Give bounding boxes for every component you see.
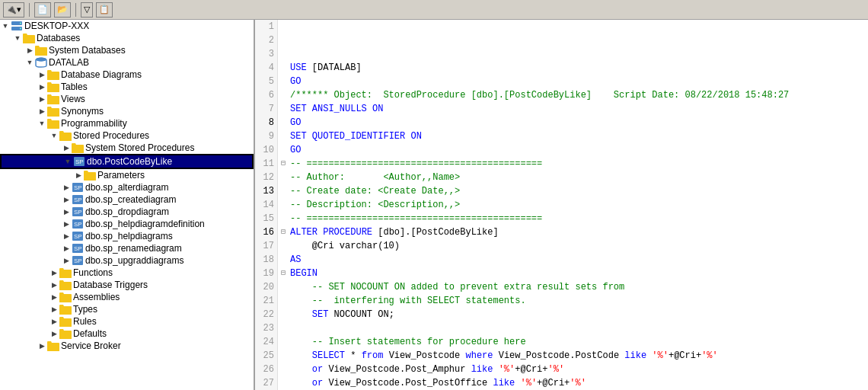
- tree-icon-folder: [59, 267, 72, 278]
- tree-expander-types[interactable]: ▶: [49, 304, 59, 315]
- tree-item-stored-procedures[interactable]: ▼Stored Procedures: [0, 129, 254, 142]
- tree-expander-dbo-upgraddiagrams[interactable]: ▶: [61, 255, 72, 266]
- tree-expander-dbo-helpdiagrams[interactable]: ▶: [61, 231, 72, 241]
- tree-expander-server[interactable]: ▼: [0, 21, 11, 31]
- tree-expander-dbo-alterdiagram[interactable]: ▶: [61, 182, 72, 193]
- tree-item-databases[interactable]: ▼Databases: [0, 32, 254, 44]
- tree-item-system-stored-procedures[interactable]: ▶System Stored Procedures: [0, 142, 254, 154]
- token-plain: [dbo].[PostCodeByLike]: [372, 225, 499, 239]
- open-button[interactable]: 📂: [54, 2, 71, 18]
- tree-item-dbo-upgraddiagrams[interactable]: ▶SPdbo.sp_upgraddiagrams: [0, 254, 254, 267]
- new-query-button[interactable]: 📄: [34, 2, 51, 18]
- tree-expander-stored-procedures[interactable]: ▼: [49, 130, 59, 141]
- connect-button[interactable]: 🔌 ▾: [3, 2, 24, 18]
- tree-icon-proc: SP: [72, 231, 84, 241]
- collapse-icon-16[interactable]: ⊟: [281, 267, 289, 280]
- tree-expander-dbo-postcodelyk[interactable]: ▼: [62, 156, 73, 167]
- tree-expander-parameters[interactable]: ▶: [73, 170, 84, 181]
- token-plain: @Cri varchar(10): [290, 239, 400, 253]
- tree-expander-assemblies[interactable]: ▶: [49, 292, 59, 302]
- line-number-12: 12: [258, 171, 274, 184]
- tree-expander-tables[interactable]: ▶: [37, 82, 47, 92]
- svg-point-2: [20, 23, 21, 24]
- line-number-7: 7: [258, 102, 274, 116]
- tree-item-dbo-helpdiagramdefinition[interactable]: ▶SPdbo.sp_helpdiagramdefinition: [0, 218, 254, 230]
- line-number-13: 13: [258, 184, 274, 198]
- token-plain: [290, 308, 312, 321]
- tree-expander-system-databases[interactable]: ▶: [24, 45, 35, 56]
- tree-expander-functions[interactable]: ▶: [49, 267, 59, 278]
- tree-expander-db-triggers[interactable]: ▶: [49, 280, 59, 290]
- tree-icon-folder: [47, 82, 59, 92]
- tree-label-programmability: Programmability: [61, 118, 127, 129]
- tree-expander-programmability[interactable]: ▼: [37, 118, 47, 129]
- tree-expander-dbo-creatediagram[interactable]: ▶: [61, 194, 72, 205]
- tree-expander-dbo-helpdiagramdefinition[interactable]: ▶: [61, 219, 72, 229]
- tree-expander-system-stored-procedures[interactable]: ▶: [61, 142, 72, 153]
- object-explorer-panel[interactable]: ▼DESKTOP-XXX▼Databases▶System Databases▼…: [0, 20, 255, 390]
- tree-expander-dbo-dropdiagram[interactable]: ▶: [61, 206, 72, 217]
- tree-item-defaults[interactable]: ▶Defaults: [0, 328, 254, 340]
- code-line-12: -- =====================================…: [281, 212, 865, 225]
- tree-expander-rules[interactable]: ▶: [49, 316, 59, 327]
- tree-icon-folder: [72, 142, 84, 153]
- tree-expander-dbo-renamediagram[interactable]: ▶: [61, 243, 72, 254]
- tree-item-tables[interactable]: ▶Tables: [0, 81, 254, 93]
- tree-item-dbo-postcodelyk[interactable]: ▼SPdbo.PostCodeByLike: [0, 154, 254, 169]
- tree-expander-defaults[interactable]: ▶: [49, 328, 59, 339]
- tree-item-dbo-renamediagram[interactable]: ▶SPdbo.sp_renamediagram: [0, 242, 254, 254]
- tree-item-functions[interactable]: ▶Functions: [0, 267, 254, 279]
- tree-item-synonyms[interactable]: ▶Synonyms: [0, 105, 254, 117]
- tree-expander-synonyms[interactable]: ▶: [37, 106, 47, 117]
- tree-expander-db-diagrams[interactable]: ▶: [37, 69, 47, 80]
- tree-icon-folder: [59, 328, 72, 339]
- tree-item-parameters[interactable]: ▶Parameters: [0, 169, 254, 181]
- tree-item-programmability[interactable]: ▼Programmability: [0, 117, 254, 129]
- tree-expander-views[interactable]: ▶: [37, 94, 47, 104]
- filter-button[interactable]: ▽: [81, 2, 93, 18]
- toolbar-separator-2: [75, 3, 76, 17]
- token-str: '%': [652, 349, 669, 363]
- tree-item-db-triggers[interactable]: ▶Database Triggers: [0, 279, 254, 291]
- open-icon: 📂: [57, 5, 68, 14]
- tree-expander-datalab[interactable]: ▼: [24, 57, 35, 68]
- properties-button[interactable]: 📋: [96, 2, 113, 18]
- tree-label-dbo-renamediagram: dbo.sp_renamediagram: [85, 243, 182, 254]
- tree-item-dbo-helpdiagrams[interactable]: ▶SPdbo.sp_helpdiagrams: [0, 230, 254, 242]
- code-content[interactable]: USE [DATALAB]GO/****** Object: StoredPro…: [278, 20, 868, 390]
- tree-label-dbo-postcodelyk: dbo.PostCodeByLike: [87, 156, 172, 167]
- token-kw: GO: [290, 75, 301, 88]
- tree-item-dbo-creatediagram[interactable]: ▶SPdbo.sp_creatediagram: [0, 193, 254, 206]
- token-plain: View_Postcode.PostCode: [493, 349, 625, 363]
- tree-item-system-databases[interactable]: ▶System Databases: [0, 44, 254, 56]
- tree-item-assemblies[interactable]: ▶Assemblies: [0, 291, 254, 303]
- tree-item-service-broker[interactable]: ▶Service Broker: [0, 340, 254, 352]
- collapse-icon-8[interactable]: ⊟: [281, 157, 289, 171]
- svg-text:SP: SP: [74, 233, 82, 240]
- tree-item-datalab[interactable]: ▼DATALAB: [0, 56, 254, 69]
- tree-expander-service-broker[interactable]: ▶: [37, 340, 47, 351]
- tree-item-dbo-alterdiagram[interactable]: ▶SPdbo.sp_alterdiagram: [0, 181, 254, 193]
- svg-text:SP: SP: [75, 158, 84, 165]
- tree-item-dbo-dropdiagram[interactable]: ▶SPdbo.sp_dropdiagram: [0, 206, 254, 218]
- tree-label-views: Views: [61, 94, 85, 104]
- tree-item-views[interactable]: ▶Views: [0, 93, 254, 105]
- token-cm: -- Insert statements for procedure here: [290, 335, 526, 349]
- line-number-17: 17: [258, 239, 274, 253]
- collapse-icon-13[interactable]: ⊟: [281, 225, 289, 239]
- tree-item-rules[interactable]: ▶Rules: [0, 315, 254, 328]
- tree-item-server[interactable]: ▼DESKTOP-XXX: [0, 20, 254, 32]
- line-number-23: 23: [258, 321, 274, 335]
- code-editor-panel[interactable]: 1234567891011121314151617181920212223242…: [255, 20, 868, 390]
- svg-text:SP: SP: [74, 209, 82, 216]
- token-plain: +@Cri+: [515, 363, 547, 376]
- token-str: '%': [520, 376, 537, 390]
- code-line-3: /****** Object: StoredProcedure [dbo].[P…: [281, 88, 865, 102]
- token-plain: [367, 102, 372, 116]
- tree-expander-databases[interactable]: ▼: [12, 33, 23, 43]
- tree-item-db-diagrams[interactable]: ▶Database Diagrams: [0, 69, 254, 81]
- token-plain: NOCOUNT ON;: [328, 308, 394, 321]
- token-str: '%': [548, 363, 565, 376]
- token-plain: [646, 349, 652, 363]
- tree-item-types[interactable]: ▶Types: [0, 303, 254, 315]
